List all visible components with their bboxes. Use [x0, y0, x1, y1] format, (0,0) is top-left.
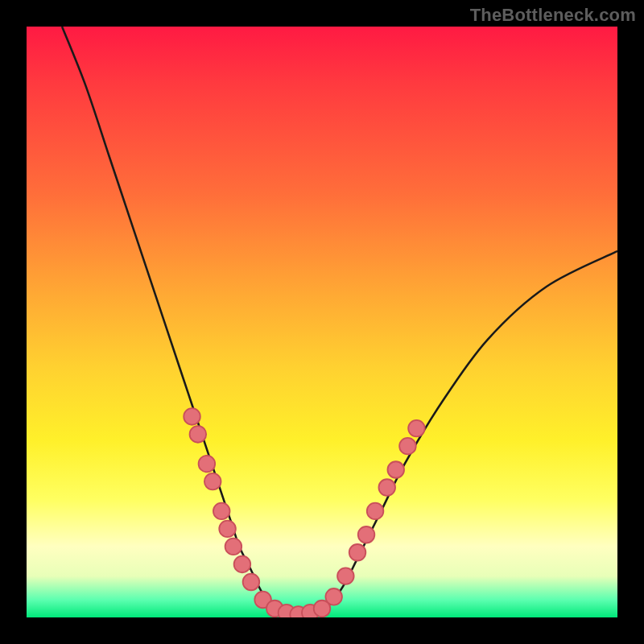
- curve-svg: [27, 27, 617, 617]
- watermark-text: TheBottleneck.com: [470, 5, 636, 26]
- data-marker: [349, 544, 366, 561]
- data-marker: [199, 456, 216, 473]
- data-marker: [325, 588, 342, 605]
- data-marker: [378, 479, 395, 496]
- bottleneck-curve: [62, 27, 617, 617]
- plot-area: [27, 27, 617, 617]
- data-marker: [234, 556, 251, 573]
- chart-frame: TheBottleneck.com: [0, 0, 644, 644]
- marker-group: [184, 408, 424, 617]
- data-marker: [213, 503, 230, 520]
- data-marker: [408, 420, 425, 437]
- data-marker: [399, 438, 416, 455]
- data-marker: [204, 473, 221, 490]
- data-marker: [243, 574, 260, 591]
- data-marker: [190, 426, 207, 443]
- data-marker: [184, 408, 200, 425]
- data-marker: [337, 568, 354, 584]
- data-marker: [225, 539, 242, 555]
- data-marker: [219, 521, 236, 538]
- data-marker: [358, 526, 375, 543]
- data-marker: [367, 503, 384, 520]
- data-marker: [387, 461, 404, 478]
